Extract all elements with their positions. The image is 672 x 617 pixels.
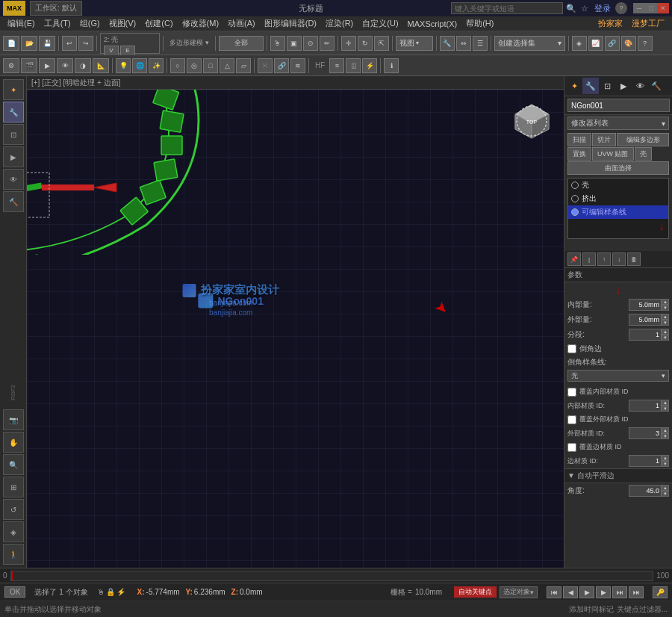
- rp-tab-hierarchy[interactable]: ⊡: [599, 78, 615, 94]
- outer-mat-id-value[interactable]: 3: [629, 427, 662, 439]
- region-select-btn[interactable]: ▣: [287, 36, 302, 51]
- last-frame-btn[interactable]: ⏭: [629, 586, 644, 598]
- rp-tab-modify[interactable]: 🔧: [582, 78, 599, 94]
- sphere-btn[interactable]: ○: [170, 58, 185, 73]
- edge-mat-id-up[interactable]: ▲: [662, 455, 669, 461]
- new-btn[interactable]: 📄: [3, 36, 19, 51]
- hair-btn[interactable]: ≡: [329, 58, 344, 73]
- box-btn[interactable]: □: [203, 58, 218, 73]
- material-btn[interactable]: ◈: [572, 36, 587, 51]
- angle-down[interactable]: ▼: [662, 491, 669, 497]
- env-btn[interactable]: 🌐: [132, 58, 147, 73]
- render-frame-btn[interactable]: 🎬: [21, 58, 37, 73]
- mod-item-shell[interactable]: 壳: [568, 179, 668, 192]
- prev-btn[interactable]: ◀: [563, 586, 578, 598]
- fov-icon[interactable]: ◈: [3, 521, 24, 542]
- help-btn[interactable]: ?: [615, 2, 627, 14]
- replace-btn[interactable]: 置换: [567, 147, 591, 161]
- ok-button[interactable]: OK: [4, 586, 25, 598]
- bevel-spline-value[interactable]: 无 ▾: [567, 370, 669, 382]
- next-btn[interactable]: ▶: [596, 586, 611, 598]
- segments-value[interactable]: 1: [629, 329, 662, 341]
- rp-tab-utilities[interactable]: 🔨: [648, 78, 665, 94]
- render-to-tex-btn[interactable]: 📐: [93, 58, 109, 73]
- rotate-btn[interactable]: ↻: [358, 36, 373, 51]
- cover-inner-mat-checkbox[interactable]: [567, 388, 576, 397]
- search-icon[interactable]: 🔍: [566, 4, 576, 13]
- cylinder-btn[interactable]: ◎: [187, 58, 202, 73]
- segments-down[interactable]: ▼: [662, 335, 669, 341]
- lasso-btn[interactable]: ⊙: [303, 36, 318, 51]
- menu-modifiers[interactable]: 修改器(M): [178, 18, 224, 29]
- auto-smooth-title[interactable]: ▼ 自动平滑边: [564, 468, 672, 483]
- outer-amount-value[interactable]: 5.0mm: [629, 314, 662, 326]
- bevel-checkbox[interactable]: [567, 344, 576, 353]
- select-filter[interactable]: 全部: [219, 36, 264, 51]
- inner-amount-value[interactable]: 5.0mm: [629, 299, 662, 311]
- connect-btn[interactable]: 🔗: [274, 58, 289, 73]
- menu-graph-editor[interactable]: 图形编辑器(D): [260, 18, 321, 29]
- info-btn[interactable]: ℹ: [384, 58, 399, 73]
- create-icon[interactable]: ✦: [3, 79, 24, 100]
- effects-btn[interactable]: ✨: [149, 58, 164, 73]
- inner-amount-down[interactable]: ▼: [662, 305, 669, 311]
- view-cube[interactable]: TOP: [511, 101, 553, 142]
- cone-btn[interactable]: △: [220, 58, 234, 73]
- mod-configure-btn[interactable]: |: [582, 252, 596, 266]
- cover-outer-mat-checkbox[interactable]: [567, 415, 576, 424]
- inner-mat-id-up[interactable]: ▲: [662, 400, 669, 406]
- modify-icon[interactable]: 🔧: [3, 102, 24, 123]
- selected-objects-dropdown[interactable]: 选定对象 ▾: [500, 586, 538, 598]
- named-selection-set[interactable]: 创建选择集 ▾: [494, 36, 565, 51]
- maximize-btn[interactable]: □: [645, 3, 657, 13]
- motion-icon[interactable]: ▶: [3, 146, 24, 167]
- cut-btn[interactable]: 切片: [592, 133, 616, 146]
- workspace-selector[interactable]: 工作区: 默认: [30, 1, 82, 16]
- select-btn[interactable]: 🖱: [270, 36, 285, 51]
- hierarchy-icon[interactable]: ⊡: [3, 124, 24, 145]
- open-btn[interactable]: 📂: [21, 36, 37, 51]
- rp-tab-create[interactable]: ✦: [566, 78, 582, 94]
- outer-amount-up[interactable]: ▲: [662, 314, 669, 320]
- play-btn[interactable]: ▶: [579, 586, 594, 598]
- scale-btn[interactable]: ⇱: [374, 36, 389, 51]
- walk-icon[interactable]: 🚶: [3, 544, 24, 565]
- menu-help[interactable]: 帮助(H): [461, 18, 498, 29]
- uvw-btn[interactable]: UVW 贴图: [592, 147, 634, 161]
- light-btn[interactable]: 💡: [116, 58, 131, 73]
- angle-value[interactable]: 45.0: [629, 485, 662, 497]
- menu-edit[interactable]: 编辑(E): [3, 18, 40, 29]
- menu-animation[interactable]: 动画(A): [223, 18, 260, 29]
- menu-view[interactable]: 视图(V): [105, 18, 141, 29]
- menu-customize[interactable]: 自定义(U): [358, 18, 402, 29]
- pan-icon[interactable]: ✋: [3, 432, 24, 453]
- undo-btn[interactable]: ↩: [62, 36, 77, 51]
- login-btn[interactable]: 登录: [594, 3, 611, 14]
- cover-edge-mat-checkbox[interactable]: [567, 443, 576, 452]
- key-filter-btn[interactable]: 🔑: [653, 586, 668, 598]
- display-icon[interactable]: 👁: [3, 169, 24, 190]
- menu-manmeng[interactable]: 漫梦工厂: [627, 18, 669, 29]
- mod-move-down-btn[interactable]: ↓: [612, 252, 626, 266]
- cloth-btn[interactable]: ⌹: [346, 58, 361, 73]
- inner-mat-id-down[interactable]: ▼: [662, 406, 669, 412]
- color-clipboard[interactable]: 🎨: [621, 36, 636, 51]
- render-setup-btn[interactable]: ⚙: [3, 58, 19, 73]
- edge-mat-id-value[interactable]: 1: [629, 455, 662, 467]
- zoom-all-icon[interactable]: ⊞: [3, 477, 24, 497]
- utilities-icon[interactable]: 🔨: [3, 191, 24, 212]
- angle-up[interactable]: ▲: [662, 485, 669, 491]
- minimize-btn[interactable]: ─: [633, 3, 645, 13]
- segments-up[interactable]: ▲: [662, 329, 669, 335]
- inner-mat-id-value[interactable]: 1: [629, 400, 662, 412]
- next-frame-btn[interactable]: ⏭: [612, 586, 627, 598]
- timeline-bar[interactable]: [10, 571, 654, 581]
- schematic-btn[interactable]: 🔗: [605, 36, 620, 51]
- curve-editor-btn[interactable]: 📈: [588, 36, 603, 51]
- menu-render[interactable]: 渲染(R): [321, 18, 358, 29]
- mod-move-up-btn[interactable]: ↑: [597, 252, 611, 266]
- mod-pin-btn[interactable]: 📌: [567, 252, 581, 266]
- modifier-list-dropdown[interactable]: 修改器列表 ▾: [567, 117, 669, 130]
- render-preview-btn[interactable]: 👁: [57, 58, 73, 73]
- prev-frame-btn[interactable]: ⏮: [547, 586, 561, 598]
